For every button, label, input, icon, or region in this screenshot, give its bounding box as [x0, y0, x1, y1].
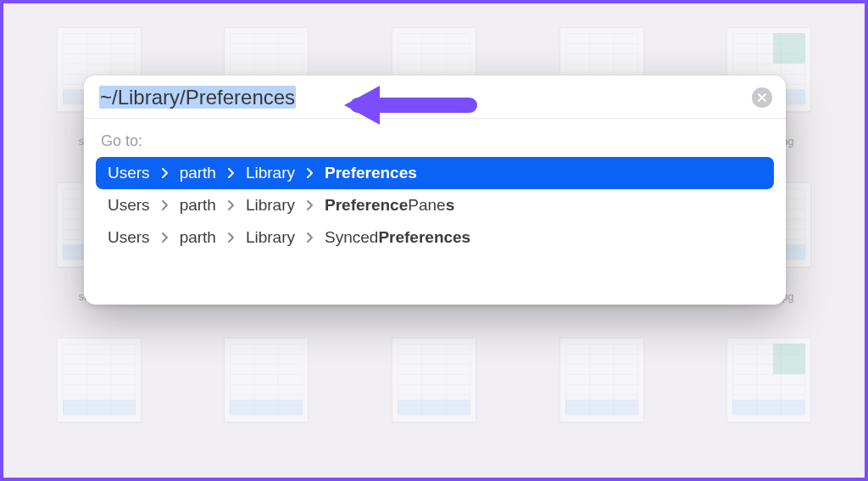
goto-path-selection: ~/Library/Preferences — [99, 86, 296, 109]
path-segment: parth — [180, 164, 216, 182]
goto-folder-popover: ~/Library/Preferences Go to: UsersparthL… — [84, 76, 786, 305]
path-segment: Library — [246, 196, 295, 215]
goto-results: Go to: UsersparthLibraryPreferencesUsers… — [84, 119, 786, 305]
chevron-right-icon — [160, 199, 170, 212]
window-frame: hsom...pgto add...hat 7.jpghsom...pgto a… — [0, 0, 868, 481]
thumbnail — [392, 338, 476, 422]
goto-result-row[interactable]: UsersparthLibraryPreferencePanes — [96, 189, 774, 221]
path-segment: PreferencePanes — [325, 196, 454, 215]
thumbnail — [559, 338, 644, 422]
goto-result-row[interactable]: UsersparthLibrarySyncedPreferences — [96, 221, 774, 254]
finder-item[interactable] — [552, 338, 652, 462]
path-segment: parth — [180, 228, 216, 247]
path-segment: parth — [180, 196, 216, 215]
path-segment: SyncedPreferences — [325, 228, 470, 247]
chevron-right-icon — [226, 166, 236, 180]
finder-item[interactable] — [719, 338, 819, 462]
path-segment: Users — [108, 228, 150, 247]
close-icon — [757, 92, 767, 103]
thumbnail — [57, 338, 142, 422]
finder-item[interactable] — [49, 338, 149, 462]
goto-input-row: ~/Library/Preferences — [84, 76, 786, 119]
chevron-right-icon — [305, 231, 314, 244]
path-segment: Preferences — [325, 164, 417, 182]
thumbnail — [726, 338, 811, 422]
chevron-right-icon — [160, 231, 170, 244]
goto-result-row[interactable]: UsersparthLibraryPreferences — [96, 157, 774, 189]
path-segment: Library — [246, 228, 295, 247]
thumbnail — [224, 338, 309, 422]
chevron-right-icon — [226, 199, 236, 212]
finder-item[interactable] — [384, 338, 484, 462]
chevron-right-icon — [305, 166, 314, 180]
goto-label: Go to: — [96, 127, 774, 157]
chevron-right-icon — [305, 199, 314, 212]
clear-button[interactable] — [752, 87, 772, 108]
path-segment: Users — [108, 164, 150, 182]
path-segment: Users — [108, 196, 150, 215]
goto-path-input[interactable]: ~/Library/Preferences — [99, 86, 752, 109]
finder-item[interactable] — [217, 338, 317, 462]
path-segment: Library — [246, 164, 295, 182]
chevron-right-icon — [226, 231, 236, 244]
chevron-right-icon — [160, 166, 170, 180]
